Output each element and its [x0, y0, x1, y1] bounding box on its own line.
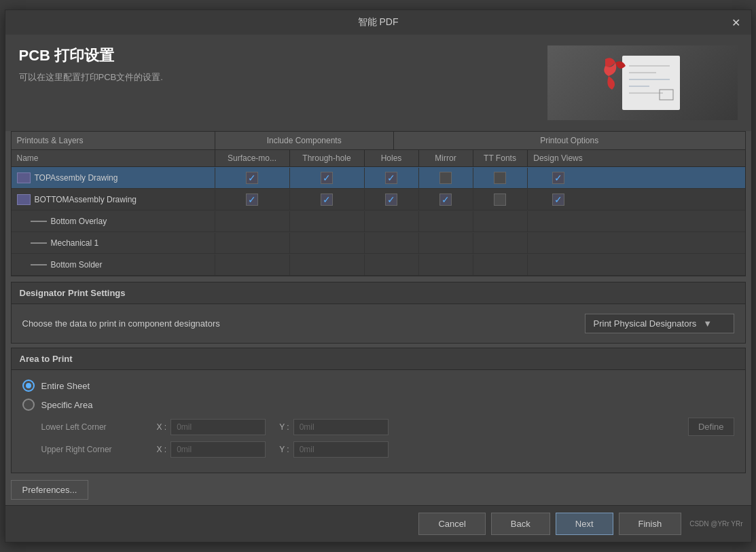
bottom-ttfonts-check[interactable] [473, 189, 528, 210]
svg-rect-0 [622, 56, 680, 110]
designator-section-body: Choose the data to print in component de… [11, 303, 746, 344]
row-name-bottom-overlay: Bottom Overlay [12, 211, 215, 232]
title-bar: 智能 PDF ✕ [5, 10, 751, 35]
specific-area-label: Specific Area [41, 400, 93, 410]
bottom-through-check[interactable]: ✓ [290, 189, 365, 210]
lower-left-x-group: X : [157, 419, 266, 435]
bottom-holes-check[interactable]: ✓ [365, 189, 419, 210]
layer-icon [17, 172, 31, 183]
sub-layer-icon [31, 221, 47, 222]
top-mirror-check[interactable] [419, 168, 473, 188]
dropdown-value: Print Physical Designators [594, 318, 697, 329]
include-components-header: Include Components [215, 132, 394, 149]
printout-options-header: Printout Options [394, 132, 745, 149]
upper-right-x-group: X : [157, 441, 266, 458]
preferences-button[interactable]: Preferences... [11, 480, 89, 500]
upper-right-label: Upper Right Corner [41, 445, 157, 454]
upper-right-x-label: X : [157, 445, 167, 454]
finish-button[interactable]: Finish [619, 513, 682, 535]
close-button[interactable]: ✕ [728, 14, 744, 31]
area-section-body: Entire Sheet Specific Area Lower Left Co… [11, 369, 746, 473]
main-dialog: 智能 PDF ✕ PCB 打印设置 可以在这里配置打印PCB文件的设置. [5, 10, 752, 542]
header-image [547, 45, 738, 120]
top-ttfonts-check[interactable] [473, 168, 528, 188]
header-section: PCB 打印设置 可以在这里配置打印PCB文件的设置. [5, 35, 751, 131]
back-button[interactable]: Back [491, 513, 550, 535]
specific-area-radio[interactable] [22, 399, 35, 411]
cancel-button[interactable]: Cancel [418, 513, 485, 535]
header-decoration-icon [602, 52, 683, 113]
col-header-mirror: Mirror [419, 150, 473, 166]
designator-label: Choose the data to print in component de… [22, 318, 585, 329]
area-section-header: Area to Print [11, 348, 746, 369]
sub-layer-icon [31, 264, 47, 265]
col-header-design: Design Views [528, 150, 589, 166]
main-content: Printouts & Layers Include Components Pr… [5, 131, 751, 505]
page-title: PCB 打印设置 [19, 45, 547, 66]
upper-right-y-group: Y : [279, 441, 388, 458]
col-header-name: Name [12, 150, 215, 166]
top-through-check[interactable]: ✓ [290, 168, 365, 188]
row-name-top: TOPAssembly Drawing [12, 168, 215, 188]
top-surface-check[interactable]: ✓ [215, 168, 290, 188]
table-row[interactable]: TOPAssembly Drawing ✓ ✓ ✓ ✓ [12, 167, 745, 189]
upper-right-row: Upper Right Corner X : Y : [22, 441, 734, 458]
col-header-holes: Holes [365, 150, 419, 166]
col-header-ttfonts: TT Fonts [473, 150, 528, 166]
lower-left-label: Lower Left Corner [41, 422, 157, 432]
upper-right-x-input [170, 441, 266, 458]
sub-layer-icon [31, 242, 47, 244]
lower-left-row: Lower Left Corner X : Y : Define [22, 418, 734, 436]
top-holes-check[interactable]: ✓ [365, 168, 419, 188]
table-group-header-row: Printouts & Layers Include Components Pr… [12, 132, 745, 150]
lower-left-x-input [170, 419, 266, 435]
chevron-down-icon: ▼ [703, 318, 712, 329]
row-name-bottom-solder: Bottom Solder [12, 255, 215, 275]
col-header-through: Through-hole [290, 150, 365, 166]
table-row[interactable]: Mechanical 1 [12, 232, 745, 254]
lower-left-y-input [293, 419, 389, 435]
top-design-check[interactable]: ✓ [528, 168, 589, 188]
lower-left-y-group: Y : [279, 419, 388, 435]
header-text: PCB 打印设置 可以在这里配置打印PCB文件的设置. [19, 45, 547, 120]
lower-left-y-label: Y : [279, 422, 289, 432]
bottom-design-check[interactable]: ✓ [528, 189, 589, 210]
printouts-layers-header: Printouts & Layers [12, 132, 215, 149]
upper-right-y-label: Y : [279, 445, 289, 454]
row-name-bottom: BOTTOMAssembly Drawing [12, 189, 215, 210]
bottom-mirror-check[interactable]: ✓ [419, 189, 473, 210]
col-header-surface: Surface-mo... [215, 150, 290, 166]
upper-right-y-input [293, 441, 389, 458]
row-name-mechanical: Mechanical 1 [12, 233, 215, 253]
table-row[interactable]: BOTTOMAssembly Drawing ✓ ✓ ✓ ✓ [12, 189, 745, 210]
dialog-title: 智能 PDF [358, 16, 399, 29]
table-subheader-row: Name Surface-mo... Through-hole Holes Mi… [12, 150, 745, 167]
bottom-surface-check[interactable]: ✓ [215, 189, 290, 210]
next-button[interactable]: Next [556, 513, 613, 535]
layers-table: Printouts & Layers Include Components Pr… [11, 131, 746, 276]
footer: Cancel Back Next Finish CSDN @YRr YRr [5, 505, 751, 542]
designator-section-header: Designator Print Settings [11, 282, 746, 303]
specific-area-row: Specific Area [22, 399, 734, 411]
watermark: CSDN @YRr YRr [689, 520, 742, 528]
table-row[interactable]: Bottom Overlay [12, 210, 745, 232]
table-row[interactable]: Bottom Solder [12, 254, 745, 276]
page-subtitle: 可以在这里配置打印PCB文件的设置. [19, 71, 547, 84]
lower-left-x-label: X : [157, 422, 167, 432]
layer-icon [17, 194, 31, 205]
designator-dropdown[interactable]: Print Physical Designators ▼ [585, 314, 734, 333]
define-button[interactable]: Define [688, 418, 734, 436]
entire-sheet-label: Entire Sheet [41, 381, 90, 391]
entire-sheet-radio[interactable] [22, 380, 35, 392]
entire-sheet-row: Entire Sheet [22, 380, 734, 392]
